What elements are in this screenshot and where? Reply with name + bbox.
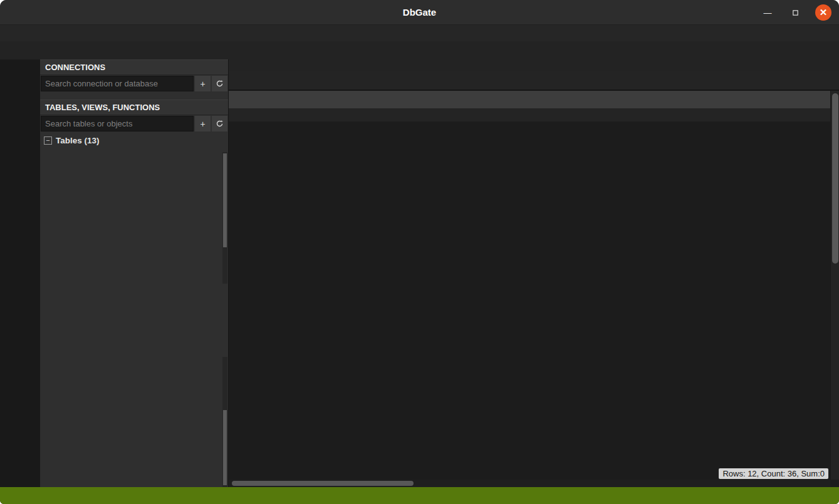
sidebar-panel: CONNECTIONS + TABLES, VIEWS, FUNCTIONS +… <box>40 59 229 487</box>
add-connection-plus-button[interactable]: + <box>195 76 211 91</box>
connections-scrollbar[interactable] <box>222 152 227 284</box>
scrollbar-thumb[interactable] <box>223 410 227 485</box>
window-controls: — ✕ <box>760 0 831 25</box>
titlebar[interactable]: DbGate — ✕ <box>0 0 839 25</box>
content-area: Rows: 12, Count: 36, Sum:0 <box>229 59 839 487</box>
connections-search-row: + <box>40 75 228 92</box>
grid-filter-row <box>229 108 839 121</box>
tables-refresh-button[interactable] <box>212 116 227 131</box>
tables-group-label: Tables (13) <box>56 136 100 145</box>
scrollbar-thumb[interactable] <box>223 153 227 247</box>
main-area: CONNECTIONS + TABLES, VIEWS, FUNCTIONS +… <box>0 59 839 487</box>
statusbar <box>0 487 839 504</box>
minimize-button[interactable]: — <box>760 5 775 20</box>
grid-header-row <box>229 91 839 108</box>
data-grid: Rows: 12, Count: 36, Sum:0 <box>229 91 839 487</box>
scrollbar-thumb[interactable] <box>232 481 414 486</box>
tables-group-row[interactable]: − Tables (13) <box>40 132 228 148</box>
tables-header: TABLES, VIEWS, FUNCTIONS <box>40 100 228 115</box>
tables-scrollbar[interactable] <box>222 357 227 487</box>
connections-header: CONNECTIONS <box>40 59 228 75</box>
selection-stats-tooltip: Rows: 12, Count: 36, Sum:0 <box>719 468 828 479</box>
menubar <box>0 25 839 41</box>
collapse-icon[interactable]: − <box>44 136 52 145</box>
app-window: DbGate — ✕ CONNECTIONS + TABLES, VIEWS, … <box>0 0 839 504</box>
tables-search-input[interactable] <box>41 116 194 131</box>
maximize-button[interactable] <box>788 5 803 20</box>
tables-search-row: + <box>40 115 228 132</box>
grid-vertical-scrollbar[interactable] <box>830 91 839 480</box>
connections-search-input[interactable] <box>41 76 194 91</box>
tab-group-strip <box>229 59 839 71</box>
left-icon-rail <box>0 59 40 487</box>
toolbar <box>0 41 839 59</box>
grid-horizontal-scrollbar[interactable] <box>229 480 830 487</box>
connections-refresh-button[interactable] <box>212 76 227 91</box>
tab-strip <box>229 71 839 91</box>
close-button[interactable]: ✕ <box>815 4 831 21</box>
tables-plus-button[interactable]: + <box>195 116 211 131</box>
scrollbar-thumb[interactable] <box>832 93 838 264</box>
window-title: DbGate <box>403 7 436 18</box>
